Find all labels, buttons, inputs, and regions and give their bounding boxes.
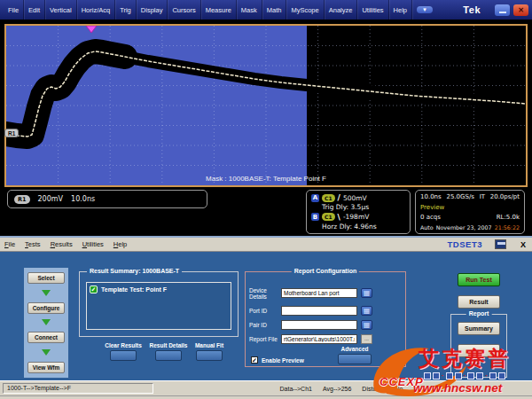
checkbox-check-icon: ✓ (251, 356, 258, 364)
minimize-button[interactable] (495, 4, 510, 16)
configure-button[interactable]: Configure (27, 302, 65, 314)
app-menu-file[interactable]: File (4, 240, 15, 248)
menu-horiz-acq[interactable]: Horiz/Acq (77, 0, 116, 20)
connect-button[interactable]: Connect (27, 332, 65, 343)
graticule: Mask : 1000BASE-T: Template Point F R1 (4, 24, 528, 187)
status-averages: Avg-->256 (323, 386, 351, 392)
status-data-source: Data-->Ch1 (280, 386, 312, 392)
device-details-label: Device Details (249, 287, 281, 300)
ref-badge: R1 (14, 195, 30, 204)
menu-display[interactable]: Display (137, 0, 168, 20)
result-details-key[interactable] (155, 350, 182, 361)
pair-id-field[interactable] (281, 320, 357, 330)
report-configuration-title: Report Configuration (292, 268, 359, 274)
manual-fit-button[interactable]: Manual Fit (185, 342, 233, 361)
ref-vertical-scale: 200mV (38, 195, 64, 203)
record-length: RL:5.0k (497, 214, 520, 221)
port-id-label: Port ID (249, 308, 281, 314)
result-details-label: Result Details (150, 342, 188, 348)
result-summary-title: Result Summary: 1000BASE-T (87, 268, 182, 274)
menu-mask[interactable]: Mask (237, 0, 262, 20)
report-file-field[interactable] (281, 334, 357, 344)
ref-waveform-marker[interactable]: R1 (4, 129, 19, 137)
app-menu-utilities[interactable]: Utilities (82, 240, 104, 248)
trigger-a-source-badge: C1 (322, 194, 335, 202)
menu-myscope[interactable]: MyScope (286, 0, 324, 20)
list-item[interactable]: ✓ Template Test: Point F (90, 286, 228, 293)
enable-preview-checkbox[interactable]: ✓ Enable Preview (251, 356, 304, 364)
rising-edge-icon: / (338, 193, 340, 202)
trigger-b-level: -198mV (343, 213, 369, 221)
result-button[interactable]: Result (458, 295, 500, 309)
select-button[interactable]: Select (27, 272, 65, 284)
report-details-button[interactable] (458, 344, 500, 357)
app-icon-glyph (497, 242, 505, 245)
manual-fit-key[interactable] (196, 350, 223, 361)
app-close-button[interactable]: X (519, 240, 528, 249)
run-test-button[interactable]: Run Test (458, 273, 500, 286)
clear-results-button[interactable]: Clear Results (99, 342, 147, 361)
trigger-mode: Auto (420, 224, 434, 231)
menu-analyze[interactable]: Analyze (325, 0, 358, 20)
scope-menubar: File Edit Vertical Horiz/Acq Trig Displa… (0, 0, 532, 20)
pass-check-icon: ✓ (90, 286, 98, 293)
menu-file[interactable]: File (4, 0, 24, 20)
preview-status: Preview (420, 204, 444, 211)
tdset3-window: File Tests Results Utilities Help TDSET3… (0, 236, 532, 399)
keypad-icon[interactable]: ▦ (361, 288, 372, 298)
menu-measure[interactable]: Measure (201, 0, 237, 20)
menu-edit[interactable]: Edit (24, 0, 45, 20)
browse-button[interactable]: ... (361, 334, 372, 344)
mask-title: Mask : 1000BASE-T: Template Point F (6, 175, 526, 183)
arrow-down-icon (42, 290, 51, 296)
report-file-label: Report File (249, 336, 281, 342)
tek-logo: Tek (463, 4, 481, 15)
keypad-icon[interactable]: ▦ (361, 306, 372, 316)
sampling-mode: IT (480, 193, 485, 200)
port-id-field[interactable] (281, 306, 357, 316)
trigger-a-level: 500mV (343, 194, 367, 202)
menu-utilities[interactable]: Utilities (357, 0, 388, 20)
menu-vertical[interactable]: Vertical (45, 0, 77, 20)
status-test-path: 1000-T-->Template-->F (3, 383, 153, 394)
arrow-down-icon (42, 319, 51, 325)
keypad-icon[interactable]: ▦ (361, 320, 372, 330)
tdset3-app-icon[interactable] (495, 239, 506, 249)
menu-math[interactable]: Math (262, 0, 287, 20)
trigger-a-badge: A (311, 194, 319, 202)
status-disturber: Disturber-->No (362, 386, 403, 392)
trigger-delay: Trig Dly: 3.5μs (322, 203, 369, 211)
clear-results-key[interactable] (110, 350, 137, 361)
app-menu-results[interactable]: Results (51, 240, 73, 248)
report-configuration-group: Report Configuration Device Details ▦ Po… (245, 271, 406, 367)
app-title: TDSET3 (448, 239, 482, 249)
app-menu-tests[interactable]: Tests (25, 240, 41, 248)
acquisition-count: 0 acqs (420, 214, 441, 221)
menu-help[interactable]: Help (389, 0, 412, 20)
manual-fit-label: Manual Fit (195, 342, 223, 348)
view-wfm-button[interactable]: View Wfm (27, 362, 65, 373)
result-summary-list: ✓ Template Test: Point F (86, 282, 231, 330)
report-group-title: Report (466, 310, 492, 317)
pair-id-label: Pair ID (249, 322, 281, 328)
chevron-down-icon[interactable]: ▼ (417, 6, 433, 13)
app-menubar: File Tests Results Utilities Help TDSET3… (0, 238, 532, 252)
advanced-button[interactable] (338, 354, 372, 364)
menu-trig[interactable]: Trig (115, 0, 137, 20)
waveform-display: Mask : 1000BASE-T: Template Point F R1 (0, 20, 532, 188)
date: November 23, 2007 (436, 224, 492, 231)
menu-cursors[interactable]: Cursors (168, 0, 200, 20)
close-button[interactable]: ✕ (513, 4, 528, 16)
step-panel: Select Configure Connect View Wfm (24, 268, 68, 378)
ref-horizontal-scale: 10.0ns (71, 195, 95, 203)
app-menu-help[interactable]: Help (113, 240, 127, 248)
arrow-down-icon (42, 349, 51, 356)
result-item-label: Template Test: Point F (101, 286, 167, 293)
advanced-label: Advanced (334, 346, 375, 352)
summary-button[interactable]: Summary (458, 322, 500, 335)
trigger-b-badge: B (311, 213, 319, 221)
readout-bar: R1 200mV 10.0ns A C1 / 500mV Trig Dly: 3… (0, 188, 532, 236)
device-details-field[interactable] (281, 288, 357, 298)
horizontal-delay: Horz Dly: 4.96ns (322, 223, 377, 231)
sample-rate: 25.0GS/s (446, 193, 473, 200)
